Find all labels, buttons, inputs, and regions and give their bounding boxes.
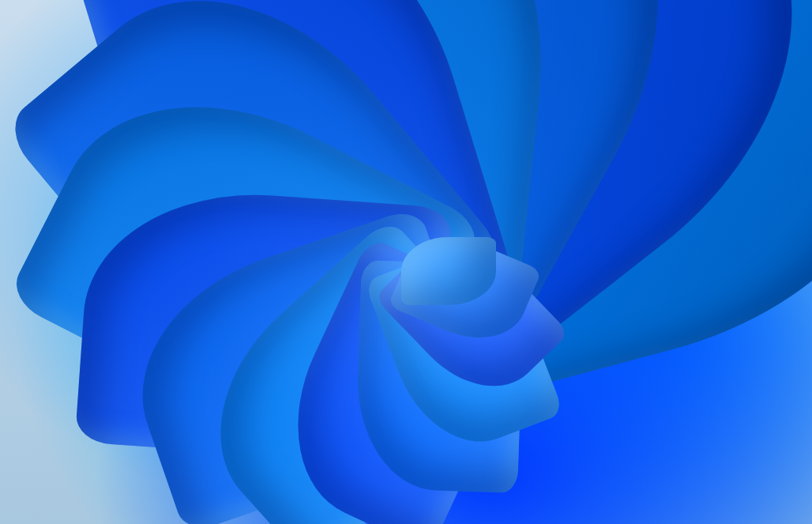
desktop-background[interactable] xyxy=(0,0,812,524)
